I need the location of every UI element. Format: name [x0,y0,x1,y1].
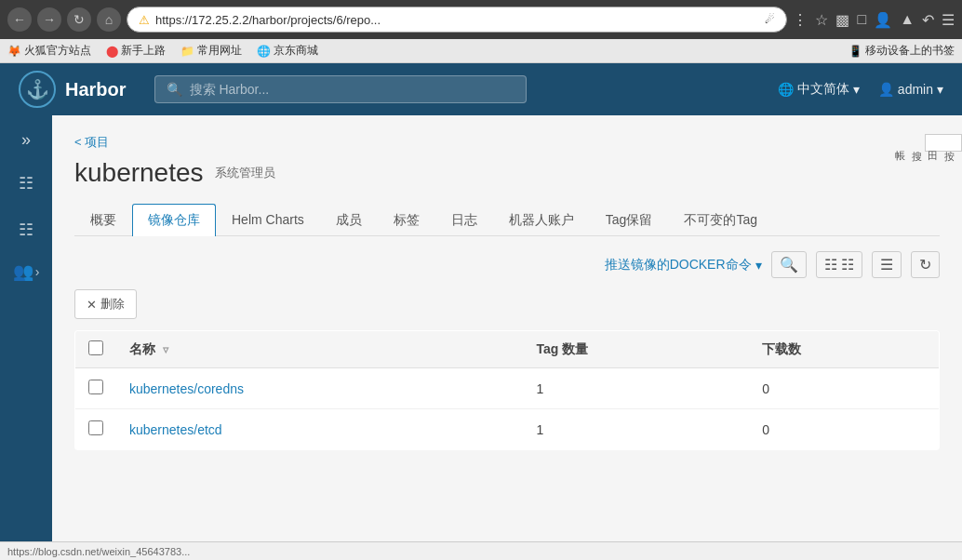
bookmark-star-icon[interactable]: ☆ [815,11,828,29]
search-button[interactable]: 🔍 [771,251,807,278]
docker-cmd-button[interactable]: 推送镜像的DOCKER命令 ▾ [605,257,762,273]
downloads-cell: 0 [749,368,939,409]
downloads-cell: 0 [749,409,939,450]
action-row: ✕ 删除 [74,289,940,319]
lang-arrow-icon: ▾ [853,82,860,97]
back-button[interactable]: ← [7,7,32,32]
reader-icon[interactable]: □ [857,11,866,28]
app-logo: ⚓ Harbor [19,71,127,108]
breadcrumb[interactable]: < 项目 [74,134,940,151]
tab-helm-charts[interactable]: Helm Charts [216,204,320,236]
sidebar-item-projects[interactable]: ☷ [7,165,45,202]
header-checkbox-cell [75,331,117,368]
table-header: 名称 ▿ Tag 数量 下载数 [75,331,940,368]
toolbar-row: 推送镜像的DOCKER命令 ▾ 🔍 ☷ ☷ ☰ ↻ [74,251,940,278]
search-input[interactable] [190,82,514,97]
forward-button[interactable]: → [37,7,61,32]
url-text: https://172.25.2.2/harbor/projects/6/rep… [155,13,759,27]
list-view-icon: ☰ [880,256,893,273]
table-row: kubernetes/etcd 1 0 [75,409,940,450]
tabs: 概要 镜像仓库 Helm Charts 成员 标签 日志 机器人账户 Tag保留… [74,203,940,236]
row-checkbox[interactable] [88,420,103,435]
search-bar[interactable]: 🔍 [154,75,527,103]
refresh-button[interactable]: ↻ [67,7,91,32]
users-arrow: › [35,264,40,279]
logo-icon: ⚓ [19,71,56,108]
list-view-button[interactable]: ☰ [872,251,902,278]
repo-link[interactable]: kubernetes/etcd [129,422,222,437]
hint-text: 按田搜帳 [895,142,955,143]
sidebar-item-logs[interactable]: ☷ [7,211,45,248]
menu-icon[interactable]: ☰ [942,11,955,29]
account-icon[interactable]: 👤 [874,11,892,29]
tag-count-cell: 1 [523,409,749,450]
tab-members[interactable]: 成员 [320,204,378,236]
bookmark-label: 移动设备上的书签 [865,43,955,59]
grid-view-icon: ☷ ☷ [824,256,854,273]
security-icon: ⚠ [139,13,150,27]
bookmark-label: 常用网址 [197,43,242,59]
page-title-area: kubernetes 系统管理员 [74,158,940,188]
user-arrow-icon: ▾ [937,82,943,97]
extensions-icon[interactable]: ⋮ [793,11,808,29]
repo-name-cell: kubernetes/etcd [116,409,523,450]
tab-repositories[interactable]: 镜像仓库 [132,204,216,236]
users-icon: 👥 [13,261,33,282]
column-name: 名称 ▿ [116,331,523,368]
tab-summary[interactable]: 概要 [74,204,132,236]
bookmark-firefox[interactable]: 🦊 火狐官方站点 [7,43,91,59]
undo-icon[interactable]: ↶ [922,11,934,29]
home-button[interactable]: ⌂ [97,7,121,32]
right-hint-panel: 按田搜帳 [925,134,962,152]
tab-robot-accounts[interactable]: 机器人账户 [493,204,590,236]
grid-view-button[interactable]: ☷ ☷ [816,251,862,278]
grid-icon: ☷ [19,173,33,193]
tab-tag-retention[interactable]: Tag保留 [590,204,669,236]
globe-lang-icon: 🌐 [778,82,794,97]
repo-name-cell: kubernetes/coredns [116,368,523,409]
user-menu[interactable]: 👤 admin ▾ [878,82,943,97]
page-title: kubernetes [74,158,204,188]
table-row: kubernetes/coredns 1 0 [75,368,940,409]
content-area: 按田搜帳 < 项目 kubernetes 系统管理员 概要 镜像仓库 Helm … [52,115,962,560]
refresh-button[interactable]: ↻ [911,251,940,278]
tab-logs[interactable]: 日志 [435,204,493,236]
browser-icon-group: ⋮ ☆ ▩ □ 👤 ▲ ↶ ☰ [793,11,955,29]
search-icon: 🔍 [167,82,182,97]
app-title: Harbor [65,79,127,100]
search-icon: 🔍 [780,256,798,273]
repo-link[interactable]: kubernetes/coredns [129,381,244,396]
filter-icon: ▿ [163,343,168,356]
row-checkbox[interactable] [88,380,103,394]
column-downloads: 下载数 [749,331,939,368]
sidebar-item-users[interactable]: 👥 › [9,258,44,286]
bookmark-jd[interactable]: 🌐 京东商城 [257,43,318,59]
row-checkbox-cell [75,409,117,450]
bookmark-common[interactable]: 📁 常用网址 [180,43,242,59]
repositories-table: 名称 ▿ Tag 数量 下载数 kub [74,330,940,450]
lang-selector[interactable]: 🌐 中文简体 ▾ [778,81,860,98]
user-icon: 👤 [878,82,894,97]
delete-label: 删除 [100,296,125,313]
newbie-icon: ⬤ [106,45,118,58]
delete-button[interactable]: ✕ 删除 [74,289,137,319]
qr-icon: ☄ [765,13,775,26]
sidebar-toggle[interactable]: » [16,125,36,155]
folder-icon: 📁 [180,45,194,58]
tab-labels[interactable]: 标签 [378,204,435,236]
select-all-checkbox[interactable] [88,340,103,355]
refresh-icon: ↻ [919,256,931,273]
screenshot-icon[interactable]: ▲ [900,11,915,28]
column-name-label: 名称 [129,341,155,356]
bookmark-mobile[interactable]: 📱 移动设备上的书签 [848,43,955,59]
status-url: https://blog.csdn.net/weixin_45643783... [7,546,190,557]
main-layout: » ☷ ☷ 👥 › 按田搜帳 < 项目 kubernetes 系统管理员 概要 … [0,115,962,560]
bookmark-label: 京东商城 [274,43,318,59]
library-icon[interactable]: ▩ [835,11,849,29]
browser-toolbar: ← → ↻ ⌂ ⚠ https://172.25.2.2/harbor/proj… [0,0,962,39]
url-bar[interactable]: ⚠ https://172.25.2.2/harbor/projects/6/r… [127,7,787,33]
admin-badge: 系统管理员 [215,165,275,181]
bookmark-newbie[interactable]: ⬤ 新手上路 [106,43,166,59]
status-bar: https://blog.csdn.net/weixin_45643783... [0,541,962,560]
tab-immutable-tags[interactable]: 不可变的Tag [668,204,773,236]
